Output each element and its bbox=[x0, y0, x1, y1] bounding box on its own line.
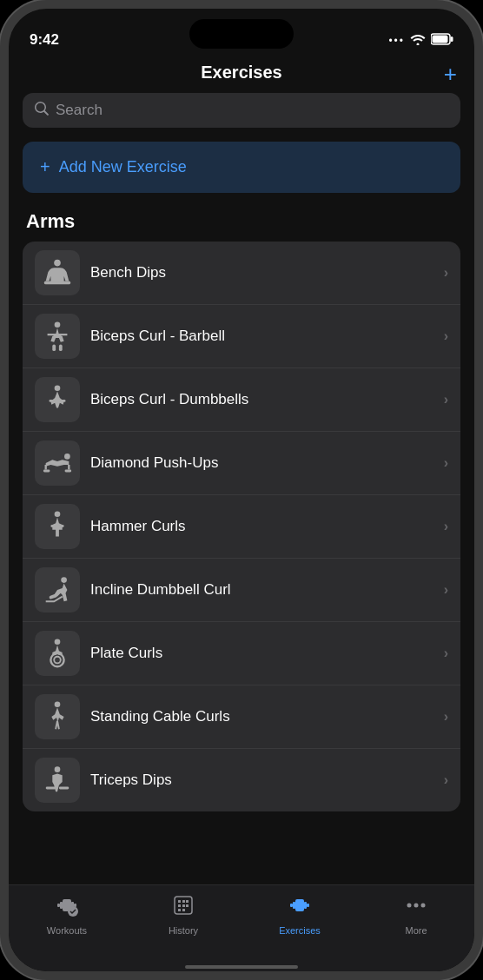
tab-exercises[interactable]: Exercises bbox=[242, 894, 358, 936]
search-bar[interactable]: Search bbox=[23, 93, 460, 128]
exercise-list: Bench Dips › Biceps Curl - Ba bbox=[23, 242, 460, 811]
svg-rect-7 bbox=[59, 345, 63, 352]
chevron-bench-dips: › bbox=[444, 265, 448, 281]
chevron-triceps-dips: › bbox=[444, 772, 448, 788]
svg-rect-40 bbox=[186, 900, 189, 903]
svg-rect-21 bbox=[49, 593, 57, 599]
nav-header: Exercises + bbox=[9, 56, 474, 93]
exercise-name-biceps-barbell: Biceps Curl - Barbell bbox=[90, 328, 433, 345]
exercise-name-standing-cable-curls: Standing Cable Curls bbox=[90, 708, 433, 725]
exercise-icon-incline-dumbbell bbox=[35, 567, 80, 612]
svg-point-28 bbox=[55, 766, 61, 772]
chevron-standing-cable-curls: › bbox=[444, 709, 448, 725]
exercise-name-hammer-curls: Hammer Curls bbox=[90, 518, 433, 535]
history-icon bbox=[172, 894, 195, 922]
exercise-item-triceps-dips[interactable]: Triceps Dips › bbox=[23, 749, 460, 811]
svg-point-5 bbox=[55, 321, 61, 328]
exercise-icon-hammer-curls bbox=[35, 504, 80, 549]
exercise-icon-standing-cable-curls bbox=[35, 694, 80, 739]
more-icon bbox=[405, 894, 427, 922]
svg-rect-45 bbox=[182, 909, 185, 911]
exercise-item-standing-cable-curls[interactable]: Standing Cable Curls › bbox=[23, 685, 460, 749]
tab-bar: Workouts History bbox=[9, 884, 474, 963]
home-indicator-bar bbox=[185, 965, 298, 969]
svg-rect-30 bbox=[59, 787, 69, 790]
exercise-icon-bench-dips bbox=[35, 250, 80, 295]
tab-workouts[interactable]: Workouts bbox=[9, 894, 125, 936]
dynamic-island bbox=[189, 19, 294, 49]
svg-point-17 bbox=[55, 511, 61, 517]
svg-rect-1 bbox=[451, 36, 453, 42]
svg-rect-11 bbox=[61, 400, 66, 402]
chevron-biceps-barbell: › bbox=[444, 328, 448, 344]
svg-point-25 bbox=[55, 701, 61, 707]
svg-rect-42 bbox=[182, 904, 185, 907]
tab-more[interactable]: More bbox=[358, 894, 474, 936]
chevron-hammer-curls: › bbox=[444, 519, 448, 534]
tab-history-label: History bbox=[169, 925, 198, 936]
svg-rect-16 bbox=[65, 470, 72, 473]
svg-point-22 bbox=[55, 639, 61, 645]
exercise-name-diamond-pushups: Diamond Push-Ups bbox=[90, 454, 433, 472]
tab-exercises-label: Exercises bbox=[279, 925, 321, 936]
svg-rect-48 bbox=[293, 902, 295, 909]
section-header-arms: Arms bbox=[23, 210, 460, 233]
svg-rect-29 bbox=[46, 787, 56, 790]
chevron-plate-curls: › bbox=[444, 646, 448, 661]
svg-rect-10 bbox=[50, 400, 55, 402]
svg-rect-38 bbox=[178, 900, 181, 903]
svg-point-3 bbox=[54, 260, 61, 267]
exercise-icon-biceps-barbell bbox=[35, 314, 80, 359]
exercise-item-plate-curls[interactable]: Plate Curls › bbox=[23, 622, 460, 685]
svg-point-20 bbox=[61, 577, 67, 583]
add-exercise-plus-icon: + bbox=[40, 157, 50, 177]
svg-rect-46 bbox=[290, 904, 293, 907]
workouts-icon bbox=[56, 894, 78, 922]
exercise-item-biceps-barbell[interactable]: Biceps Curl - Barbell › bbox=[23, 305, 460, 368]
svg-rect-15 bbox=[43, 470, 50, 473]
add-icon[interactable]: + bbox=[444, 63, 457, 85]
main-content: Arms Bench Dips › bbox=[9, 210, 474, 884]
tab-more-label: More bbox=[405, 925, 427, 936]
svg-rect-33 bbox=[60, 902, 63, 909]
exercise-icon-diamond-pushups bbox=[35, 440, 80, 486]
wifi-icon bbox=[410, 33, 426, 49]
exercise-item-hammer-curls[interactable]: Hammer Curls › bbox=[23, 495, 460, 559]
exercise-item-diamond-pushups[interactable]: Diamond Push-Ups › bbox=[23, 432, 460, 495]
svg-point-24 bbox=[54, 657, 61, 664]
phone-frame: 9:42 ••• Exercises bbox=[0, 0, 483, 980]
svg-rect-43 bbox=[186, 904, 189, 907]
search-container: Search bbox=[9, 93, 474, 142]
battery-icon bbox=[431, 33, 453, 49]
add-exercise-label: Add New Exercise bbox=[59, 158, 187, 176]
exercise-name-plate-curls: Plate Curls bbox=[90, 645, 433, 662]
svg-rect-39 bbox=[182, 900, 185, 903]
exercise-item-incline-dumbbell[interactable]: Incline Dumbbell Curl › bbox=[23, 559, 460, 622]
svg-rect-44 bbox=[178, 909, 181, 911]
signal-dots-icon: ••• bbox=[388, 35, 405, 47]
chevron-diamond-pushups: › bbox=[444, 455, 448, 471]
svg-point-23 bbox=[50, 653, 63, 666]
svg-point-53 bbox=[421, 904, 426, 908]
exercise-icon-triceps-dips bbox=[35, 758, 80, 803]
svg-point-52 bbox=[414, 904, 419, 908]
svg-rect-31 bbox=[57, 904, 60, 907]
tab-history[interactable]: History bbox=[125, 894, 242, 936]
nav-title: Exercises bbox=[201, 63, 281, 83]
exercise-name-incline-dumbbell: Incline Dumbbell Curl bbox=[90, 581, 433, 599]
tab-workouts-label: Workouts bbox=[47, 925, 87, 936]
exercise-name-triceps-dips: Triceps Dips bbox=[90, 771, 433, 789]
svg-rect-50 bbox=[295, 899, 304, 911]
exercise-item-bench-dips[interactable]: Bench Dips › bbox=[23, 242, 460, 305]
search-icon bbox=[35, 102, 49, 119]
add-exercise-button[interactable]: + Add New Exercise bbox=[23, 142, 460, 193]
svg-rect-47 bbox=[307, 904, 309, 907]
exercise-icon-plate-curls bbox=[35, 631, 80, 676]
exercise-icon-biceps-dumbbells bbox=[35, 377, 80, 422]
status-icons: ••• bbox=[388, 33, 453, 49]
exercises-icon bbox=[288, 894, 311, 922]
exercise-name-bench-dips: Bench Dips bbox=[90, 264, 433, 281]
exercise-item-biceps-dumbbells[interactable]: Biceps Curl - Dumbbells › bbox=[23, 368, 460, 432]
chevron-incline-dumbbell: › bbox=[444, 582, 448, 598]
status-time: 9:42 bbox=[30, 31, 59, 49]
